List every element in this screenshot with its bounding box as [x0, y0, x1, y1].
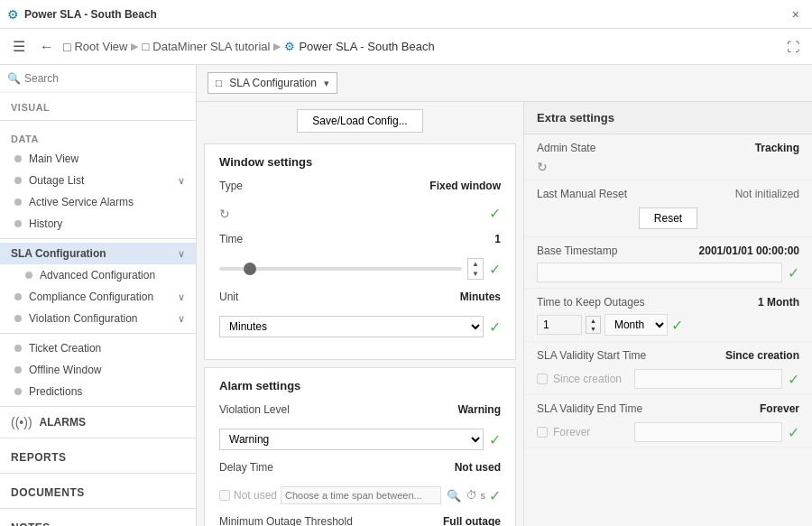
sidebar-item-ticket-creation[interactable]: Ticket Creation: [0, 337, 196, 359]
root-view-label[interactable]: Root View: [74, 40, 127, 53]
last-reset-label: Last Manual Reset: [537, 188, 627, 200]
sidebar-item-advanced-config[interactable]: Advanced Configuration: [0, 264, 196, 286]
time-control-row: ▲ ▼ ✓: [219, 254, 501, 283]
spin-down-icon[interactable]: ▼: [586, 325, 600, 333]
fullscreen-button[interactable]: ⛶: [781, 36, 805, 58]
validity-end-value: Forever: [760, 402, 799, 415]
check-icon: ✓: [489, 261, 501, 278]
violation-dropdown[interactable]: Warning: [219, 429, 484, 450]
validity-end-input[interactable]: [634, 422, 782, 442]
reset-button[interactable]: Reset: [639, 208, 697, 229]
validity-start-input[interactable]: [634, 369, 782, 389]
time-to-keep-unit-dropdown[interactable]: Month: [604, 314, 668, 336]
nav-bar: ☰ ← □ Root View ▶ □ DataMiner SLA tutori…: [0, 29, 812, 65]
unit-row: Unit Minutes: [219, 291, 501, 303]
time-spinner[interactable]: ▲ ▼: [467, 258, 484, 280]
hamburger-menu-button[interactable]: ☰: [7, 34, 31, 59]
main-layout: 🔍 VISUAL DATA Main View Outage List ∨ Ac…: [0, 65, 812, 526]
admin-state-refresh-icon[interactable]: ↻: [537, 160, 548, 174]
sidebar-item-main-view[interactable]: Main View: [0, 148, 196, 170]
save-load-button[interactable]: Save/Load Config...: [297, 109, 422, 133]
check-icon: ✓: [489, 431, 501, 448]
sidebar-item-label: History: [29, 217, 185, 230]
validity-end-label: SLA Validity End Time: [537, 402, 642, 415]
delay-clock-icon: ⏱: [466, 489, 477, 502]
breadcrumb1-label[interactable]: DataMiner SLA tutorial: [152, 40, 270, 53]
sidebar-item-label: SLA Configuration: [11, 247, 178, 260]
refresh-icon[interactable]: ↻: [219, 207, 230, 221]
sidebar-item-active-alarms[interactable]: Active Service Alarms: [0, 191, 196, 213]
base-timestamp-input[interactable]: [537, 263, 782, 282]
sidebar-item-predictions[interactable]: Predictions: [0, 381, 196, 402]
validity-start-control: Since creation ✓: [524, 365, 812, 395]
dot-icon: [14, 388, 22, 395]
check-icon: ✓: [489, 205, 501, 222]
time-slider[interactable]: [219, 267, 462, 271]
base-timestamp-value: 2001/01/01 00:00:00: [699, 245, 799, 257]
sidebar-item-violation-config[interactable]: Violation Configuration ∨: [0, 308, 196, 329]
search-input[interactable]: [24, 72, 189, 85]
sidebar-item-offline-window[interactable]: Offline Window: [0, 359, 196, 381]
validity-start-label: SLA Validity Start Time: [537, 349, 646, 362]
spin-down-icon[interactable]: ▼: [468, 269, 483, 279]
chevron-down-icon: ∨: [178, 175, 185, 187]
sidebar-search-area: 🔍: [0, 65, 196, 93]
violation-label: Violation Level: [219, 403, 290, 416]
delay-control-row: Not used 🔍 ⏱ s ✓: [219, 483, 501, 508]
admin-state-label: Admin State: [537, 142, 595, 154]
close-button[interactable]: ×: [787, 4, 805, 25]
sidebar-item-history[interactable]: History: [0, 213, 196, 235]
sep2: ▶: [273, 41, 281, 52]
data-section-header: DATA: [0, 128, 196, 148]
notes-section-header[interactable]: NOTES: [0, 516, 196, 526]
delay-checkbox[interactable]: [219, 490, 230, 501]
left-panels: Save/Load Config... Window settings Type…: [197, 102, 523, 526]
validity-start-row: SLA Validity Start Time Since creation: [524, 342, 812, 365]
violation-value: Warning: [457, 403, 501, 416]
delay-time-input[interactable]: [281, 486, 440, 504]
window-settings-title: Window settings: [219, 155, 501, 169]
spin-up-icon[interactable]: ▲: [586, 317, 600, 325]
delay-label: Delay Time: [219, 461, 273, 474]
sla-config-dropdown[interactable]: □ SLA Configuration ▾: [208, 72, 337, 94]
alarms-icon: ((•)): [11, 415, 32, 429]
validity-end-checkbox[interactable]: [537, 427, 548, 438]
time-to-keep-num-input[interactable]: [537, 315, 582, 335]
time-to-keep-spinner[interactable]: ▲ ▼: [586, 316, 601, 334]
unit-dropdown[interactable]: Minutes: [219, 316, 484, 337]
reset-btn-row: Reset: [524, 204, 812, 237]
delay-row: Delay Time Not used: [219, 461, 501, 474]
validity-end-checkbox-label: Forever: [553, 426, 629, 438]
content-header: □ SLA Configuration ▾: [197, 65, 812, 102]
title-bar-icon: ⚙: [7, 7, 19, 22]
min-outage-label: Minimum Outage Threshold: [219, 515, 353, 526]
sidebar-item-compliance-config[interactable]: Compliance Configuration ∨: [0, 286, 196, 308]
alarms-label: ALARMS: [40, 416, 86, 429]
dot-icon: [14, 198, 22, 206]
sidebar-alarms-section[interactable]: ((•)) ALARMS: [0, 411, 196, 434]
validity-start-checkbox[interactable]: [537, 374, 548, 384]
last-reset-value: Not initialized: [735, 188, 799, 200]
documents-section-header[interactable]: DOCUMENTS: [0, 481, 196, 504]
content-area: □ SLA Configuration ▾ Save/Load Config..…: [197, 65, 812, 526]
validity-end-check-icon: ✓: [788, 424, 799, 441]
spin-up-icon[interactable]: ▲: [468, 259, 483, 269]
dot-icon: [14, 155, 22, 162]
breadcrumb1-icon: □: [142, 40, 149, 53]
extra-settings-panel: Extra settings Admin State Tracking ↻ La…: [523, 102, 812, 526]
sidebar-item-label: Main View: [29, 152, 185, 165]
delay-search-button[interactable]: 🔍: [445, 487, 463, 504]
sidebar-item-label: Outage List: [29, 174, 178, 187]
type-value: Fixed window: [429, 180, 501, 192]
visual-section-header: VISUAL: [0, 97, 196, 116]
sidebar-item-sla-config[interactable]: SLA Configuration ∨: [0, 243, 196, 264]
validity-start-check-icon: ✓: [788, 371, 799, 388]
sidebar-item-outage-list[interactable]: Outage List ∨: [0, 170, 196, 191]
min-outage-value: Full outage: [443, 515, 501, 526]
back-button[interactable]: ←: [34, 35, 60, 59]
reports-section-header[interactable]: REPORTS: [0, 446, 196, 469]
time-row: Time 1: [219, 233, 501, 245]
violation-row: Violation Level Warning: [219, 403, 501, 416]
type-label: Type: [219, 180, 243, 192]
slider-thumb: [244, 263, 256, 275]
